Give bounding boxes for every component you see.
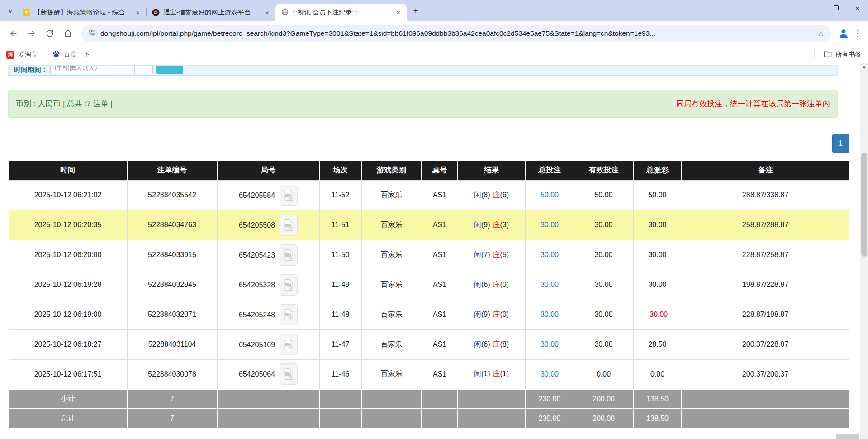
site-settings-icon[interactable] xyxy=(88,29,96,38)
total-total-bet: 230.00 xyxy=(525,409,574,428)
pagination-page-1[interactable]: 1 xyxy=(832,134,849,153)
currency-total-text: 币别 : 人民币 | 总共 :7 注单 | xyxy=(16,99,113,109)
cell-valid-bet: 30.00 xyxy=(574,270,633,300)
bookmark-star-icon[interactable]: ☆ xyxy=(817,29,825,38)
menu-kebab-icon[interactable]: ⋮ xyxy=(852,25,863,42)
subtotal-payout: 138.50 xyxy=(633,389,682,409)
cell-session: 11-48 xyxy=(319,300,361,329)
horizontal-scrollbar-thumb[interactable] xyxy=(836,434,859,439)
tab-bet-records-active[interactable]: :::视讯 会员下注纪录::: × xyxy=(275,4,407,21)
banker-score: (0) xyxy=(500,310,509,318)
cell-session: 11-46 xyxy=(319,359,361,389)
calendar-addon-button[interactable] xyxy=(135,65,153,74)
filter-search-button[interactable] xyxy=(156,65,183,74)
video-replay-icon[interactable] xyxy=(280,274,298,296)
header-round: 局号 xyxy=(217,161,319,180)
player-result: 闲 xyxy=(474,370,481,377)
forward-button[interactable] xyxy=(23,24,41,43)
cell-table-no: AS1 xyxy=(422,359,458,389)
tab-close-icon[interactable]: × xyxy=(264,9,270,16)
table-row: 2025-10-12 06:20:00 522884033915 6542054… xyxy=(9,240,849,270)
url-bar[interactable]: dongshouji.com/ipl/portal.php/game/betre… xyxy=(100,29,813,38)
new-tab-button[interactable]: + xyxy=(409,5,422,17)
chevron-down-icon[interactable]: ∨ xyxy=(4,4,17,18)
total-row: 总计 7 230.00 200.00 138.50 xyxy=(9,409,849,428)
player-score: (8) xyxy=(481,191,490,199)
cell-game-type: 百家乐 xyxy=(361,329,422,359)
back-button[interactable] xyxy=(5,24,23,43)
cell-result: 闲(9)庄(0) xyxy=(458,300,525,329)
cell-round: 654205248 xyxy=(217,300,319,329)
cell-bet-id: 522884035542 xyxy=(127,180,217,210)
baidu-paw-icon xyxy=(52,50,60,59)
summary-alert-bar: 币别 : 人民币 | 总共 :7 注单 | 同局有效投注，统一计算在该局第一张注… xyxy=(8,90,838,118)
cell-total-bet-link[interactable]: 30.00 xyxy=(525,240,574,270)
cell-bet-id: 522884030078 xyxy=(127,359,217,389)
tab-close-icon[interactable]: × xyxy=(135,9,141,16)
video-replay-icon[interactable] xyxy=(280,185,298,206)
header-valid-bet: 有效投注 xyxy=(574,161,633,180)
round-number: 654205508 xyxy=(239,221,275,229)
header-game-type: 游戏类别 xyxy=(361,161,422,180)
home-button[interactable] xyxy=(59,24,77,43)
all-bookmarks-button[interactable]: 所有书签 xyxy=(814,50,862,59)
player-score: (9) xyxy=(481,221,490,229)
cell-session: 11-50 xyxy=(319,240,361,270)
player-result: 闲 xyxy=(474,221,481,229)
video-replay-icon[interactable] xyxy=(280,363,298,385)
bookmark-label: 爱淘宝 xyxy=(18,50,38,59)
cell-total-bet-link[interactable]: 30.00 xyxy=(525,270,574,300)
cell-result: 闲(6)庄(8) xyxy=(458,329,525,359)
date-range-input[interactable]: 时间(由天到天) xyxy=(50,65,135,74)
subtotal-row: 小计 7 230.00 200.00 138.50 xyxy=(9,389,849,409)
cell-bet-id: 522884033915 xyxy=(127,240,217,270)
bookmark-aitaobao[interactable]: 淘 爱淘宝 xyxy=(6,50,38,59)
video-replay-icon[interactable] xyxy=(280,334,298,355)
cell-total-bet-link[interactable]: 30.00 xyxy=(525,359,574,389)
tab-title: 【新提醒】海燕策略论坛 - 综合 xyxy=(34,8,131,17)
subtotal-valid-bet: 200.00 xyxy=(574,389,633,409)
video-replay-icon[interactable] xyxy=(280,304,298,325)
reload-button[interactable] xyxy=(41,24,59,43)
divider xyxy=(814,50,815,59)
maximize-button[interactable] xyxy=(825,0,847,15)
cell-round: 654205328 xyxy=(217,270,319,300)
player-score: (1) xyxy=(481,370,490,377)
cell-note: 200.37/200.37 xyxy=(682,359,849,389)
header-payout: 总派彩 xyxy=(633,161,682,180)
vertical-scrollbar[interactable]: ▲ xyxy=(860,63,868,439)
cell-total-bet-link[interactable]: 30.00 xyxy=(525,300,574,329)
header-total-bet: 总投注 xyxy=(525,161,574,180)
cell-payout: 0.00 xyxy=(633,359,682,389)
scroll-up-arrow-icon[interactable]: ▲ xyxy=(860,64,868,69)
tab-tongbao[interactable]: 通宝-信誉最好的网上游戏平台 × xyxy=(147,4,275,21)
tab-title: :::视讯 会员下注纪录::: xyxy=(292,8,392,17)
table-summary: 小计 7 230.00 200.00 138.50 总计 7 230.00 20… xyxy=(9,389,849,428)
tab-close-icon[interactable]: × xyxy=(395,9,401,16)
tab-forum[interactable]: 【新提醒】海燕策略论坛 - 综合 × xyxy=(17,4,146,21)
cell-total-bet-link[interactable]: 50.00 xyxy=(525,180,574,210)
player-result: 闲 xyxy=(474,340,481,348)
cell-session: 11-47 xyxy=(319,329,361,359)
close-window-button[interactable]: × xyxy=(847,0,868,15)
video-replay-icon[interactable] xyxy=(280,215,298,236)
bookmark-baidu[interactable]: 百度一下 xyxy=(52,50,90,59)
scrollbar-thumb[interactable] xyxy=(861,153,867,257)
bookmark-label: 百度一下 xyxy=(64,50,90,59)
header-time: 时间 xyxy=(9,161,127,180)
cell-time: 2025-10-12 06:17:51 xyxy=(9,359,127,389)
total-count: 7 xyxy=(127,409,217,428)
cell-total-bet-link[interactable]: 30.00 xyxy=(525,329,574,359)
profile-avatar[interactable] xyxy=(835,25,852,42)
minimize-button[interactable]: – xyxy=(804,0,825,15)
cell-total-bet-link[interactable]: 30.00 xyxy=(525,210,574,240)
cell-note: 228.87/258.87 xyxy=(682,240,849,270)
cell-note: 288.87/338.87 xyxy=(682,180,849,210)
banker-score: (3) xyxy=(500,221,509,229)
omnibox: dongshouji.com/ipl/portal.php/game/betre… xyxy=(81,25,831,42)
video-replay-icon[interactable] xyxy=(280,244,298,266)
cell-table-no: AS1 xyxy=(422,180,458,210)
cell-game-type: 百家乐 xyxy=(361,240,422,270)
table-header-row: 时间 注单编号 局号 场次 游戏类别 桌号 结果 总投注 有效投注 总派彩 备注 xyxy=(9,161,849,180)
cell-payout: 30.00 xyxy=(633,240,682,270)
